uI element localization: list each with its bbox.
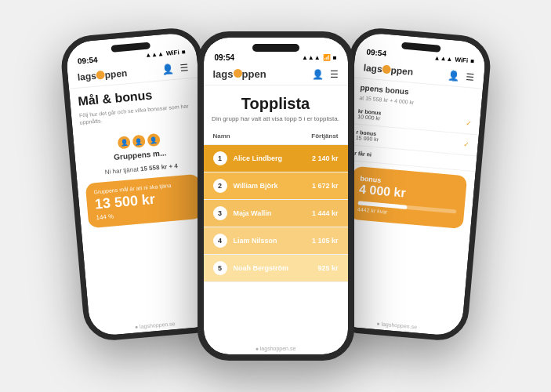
signal-left: ▲▲▲	[144, 50, 163, 59]
row-amount-2: 1 672 kr	[312, 182, 339, 190]
person-icon-1: 👤	[117, 136, 130, 149]
checkmark-2: ✓	[463, 140, 470, 149]
footer-icon-left: ●	[134, 324, 138, 329]
leaderboard-row-4: 4 Liam Nilsson 1 105 kr	[204, 227, 348, 255]
wifi-center: 📶	[323, 54, 331, 61]
rank-badge-1: 1	[213, 151, 227, 165]
checkmark-1: ✓	[465, 119, 472, 128]
footer-icon-right: ●	[376, 321, 380, 326]
phone-center: 09:54 ▲▲▲ 📶 ■ lagsppen 👤 ☰ Topplista Di	[198, 31, 354, 361]
row-name-5: Noah Bergström	[234, 264, 312, 272]
row-name-4: Liam Nilsson	[234, 237, 306, 245]
col-amount-header: Förtjänst	[311, 132, 338, 140]
menu-icon-left[interactable]: ☰	[179, 62, 188, 74]
wifi-right: WiFi	[455, 56, 469, 64]
logo-o-center	[234, 69, 242, 78]
status-bar-center: 09:54 ▲▲▲ 📶 ■	[204, 52, 348, 64]
logo-center: lagsppen	[213, 68, 266, 80]
time-right: 09:54	[366, 48, 386, 58]
leaderboard-row-1: 1 Alice Lindberg 2 140 kr	[204, 145, 348, 172]
rank-badge-3: 3	[213, 206, 227, 220]
status-icons-right: ▲▲▲ WiFi ■	[433, 54, 474, 64]
menu-icon-center[interactable]: ☰	[330, 69, 339, 80]
time-left: 09:54	[77, 55, 97, 65]
bonus-card-left: Gruppens mål är att ni ska tjäna 13 500 …	[85, 174, 202, 229]
person-icon-center[interactable]: 👤	[312, 69, 324, 80]
header-icons-right: 👤 ☰	[447, 70, 474, 83]
row-amount-4: 1 105 kr	[312, 237, 339, 245]
left-screen-content: Mål & bonus Följ hur det går och se vilk…	[69, 78, 219, 325]
row-name-2: William Björk	[234, 182, 306, 190]
leaderboard-row-2: 2 William Björk 1 672 kr	[204, 172, 348, 200]
col-name-header: Namn	[213, 132, 230, 140]
person-icon-2: 👤	[132, 135, 145, 148]
group-icon-area: 👤 👤 👤 Gruppens m...	[81, 130, 197, 165]
time-center: 09:54	[215, 53, 235, 62]
rank-badge-4: 4	[213, 234, 227, 248]
leaderboard-header: Namn Förtjänst	[204, 128, 348, 145]
header-icons-center: 👤 ☰	[312, 69, 339, 80]
rank-badge-5: 5	[213, 261, 227, 275]
row-name-1: Alice Lindberg	[234, 154, 306, 162]
page-subtitle: Din grupp har valt att visa topp 5 i er …	[212, 115, 340, 123]
phones-container: 09:54 ▲▲▲ WiFi ■ lagsppen 👤 ☰ Mål & bonu…	[41, 16, 511, 376]
logo-o-left	[96, 70, 105, 79]
person-icon-left[interactable]: 👤	[161, 64, 173, 75]
page-title-section: Topplista Din grupp har valt att visa to…	[204, 85, 348, 128]
person-icon-3: 👤	[147, 133, 160, 147]
signal-right: ▲▲▲	[433, 54, 452, 63]
right-screen-content: ppens bonus at 15 558 kr + 4 000 kr kr b…	[332, 78, 483, 325]
row-amount-3: 1 444 kr	[312, 209, 339, 217]
phone-center-footer: ● lagshoppen.se	[204, 343, 348, 354]
battery-right: ■	[469, 57, 474, 64]
person-icon-right[interactable]: 👤	[447, 70, 459, 82]
phone-right-screen: 09:54 ▲▲▲ WiFi ■ lagsppen 👤 ☰ ppens b	[331, 31, 486, 336]
menu-icon-right[interactable]: ☰	[465, 71, 474, 83]
page-title: Topplista	[212, 95, 340, 113]
group-icons: 👤 👤 👤	[117, 133, 160, 150]
group-label: Gruppens m...	[113, 148, 166, 162]
status-icons-left: ▲▲▲ WiFi ■	[144, 49, 185, 59]
logo-o-right	[382, 64, 391, 74]
leaderboard-row-3: 3 Maja Wallin 1 444 kr	[204, 200, 348, 227]
row-name-3: Maja Wallin	[234, 209, 306, 217]
header-icons-left: 👤 ☰	[161, 62, 188, 75]
footer-icon-center: ●	[256, 346, 259, 351]
earned-amount: 15 558 kr + 4	[140, 162, 177, 172]
logo-left: lagsppen	[77, 67, 128, 82]
wifi-left: WiFi	[165, 49, 179, 56]
rank-badge-2: 2	[213, 179, 227, 193]
big-bonus-card: bonus 4 000 kr 4442 kr kvar	[348, 166, 466, 229]
logo-right: lagsppen	[363, 62, 414, 77]
status-icons-center: ▲▲▲ 📶 ■	[302, 54, 337, 61]
leaderboard-row-5: 5 Noah Bergström 925 kr	[204, 255, 348, 282]
phone-center-screen: 09:54 ▲▲▲ 📶 ■ lagsppen 👤 ☰ Topplista Di	[204, 38, 348, 354]
row-amount-1: 2 140 kr	[312, 154, 339, 162]
app-header-center: lagsppen 👤 ☰	[204, 64, 348, 85]
dynamic-island-center	[252, 44, 299, 52]
signal-center: ▲▲▲	[302, 54, 321, 61]
battery-left: ■	[181, 49, 186, 56]
row-amount-5: 925 kr	[317, 264, 338, 272]
battery-center: ■	[333, 54, 337, 61]
